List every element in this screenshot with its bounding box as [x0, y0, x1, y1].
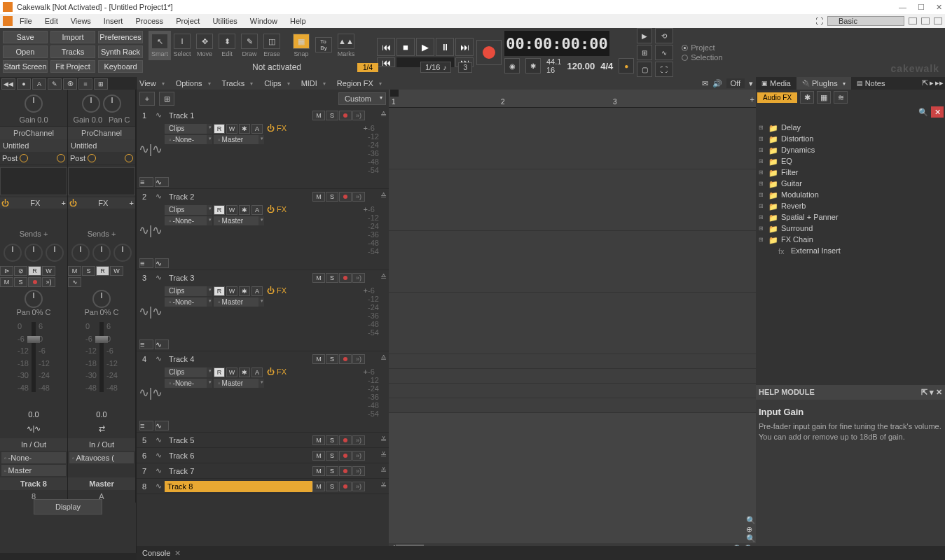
tree-expand-icon[interactable]: ⊞ [759, 225, 766, 232]
track-name[interactable]: Track 4 [165, 355, 312, 363]
track-footer-2[interactable]: ∿ [155, 421, 169, 430]
arm-button[interactable] [339, 273, 352, 283]
tree-expand-icon[interactable]: ⊞ [759, 158, 766, 164]
start-screen-button[interactable]: Start Screen [3, 60, 48, 73]
plugin-category[interactable]: fxExternal Insert [759, 245, 942, 256]
save-button[interactable]: Save [3, 31, 48, 43]
expand-icon[interactable]: ≙ [380, 111, 389, 120]
tracks-button[interactable]: Tracks [50, 46, 95, 58]
arm-button[interactable] [339, 354, 352, 364]
track-name[interactable]: Track 6 [165, 451, 312, 460]
plugin-category[interactable]: ⊞📁Spatial + Panner [759, 211, 942, 223]
tuplet-value[interactable]: 3 [458, 62, 472, 73]
console-close-icon[interactable]: ✕ [174, 549, 181, 558]
solo-button[interactable]: S [326, 482, 338, 491]
track-footer-1[interactable]: ≡ [139, 340, 153, 349]
menu-window[interactable]: Window [250, 17, 277, 25]
tree-expand-icon[interactable]: ⊞ [759, 125, 766, 131]
rewind-button[interactable]: ⏮ [377, 38, 395, 56]
solo-button[interactable]: S [326, 466, 338, 476]
app-menu-icon[interactable] [3, 16, 13, 26]
echo-button[interactable]: ») [352, 111, 365, 120]
plugin-category[interactable]: ⊞📁EQ [759, 155, 942, 167]
clips-area[interactable]: 🔍⊕🔍 [389, 108, 756, 543]
tb-opt1[interactable]: ▶ [637, 28, 652, 43]
tree-expand-icon[interactable]: ⊞ [759, 192, 766, 198]
tool-snap[interactable]: ▦Snap [290, 31, 312, 60]
insp-tab-1[interactable]: ◀◀ [1, 78, 15, 90]
options-menu[interactable]: Options [176, 79, 211, 88]
strip-s-button[interactable]: S [14, 277, 27, 287]
eq-display-bus[interactable] [68, 167, 135, 195]
rp-opt-icon[interactable]: ⇱ [922, 78, 928, 88]
track-row[interactable]: 1 ∿ Track 1 M S ») ≙ ∿|∿ Clips R W ✱ A ⏻… [137, 108, 389, 189]
fit-icon[interactable]: ⛶ [655, 62, 673, 77]
mute-button[interactable]: M [312, 466, 325, 476]
track-row[interactable]: 7 ∿ Track 7 M S ») ≚ [137, 463, 389, 479]
track-row[interactable]: 6 ∿ Track 6 M S ») ≚ [137, 448, 389, 463]
track-row[interactable]: 3 ∿ Track 3 M S ») ≙ ∿|∿ Clips R W ✱ A ⏻… [137, 270, 389, 351]
plugin-category[interactable]: ⊞📁Delay [759, 122, 942, 133]
expand-icon[interactable]: ≚ [380, 451, 389, 460]
echo-button[interactable]: ») [352, 354, 365, 364]
mute-button[interactable]: M [312, 435, 325, 445]
power-icon-bus[interactable] [88, 154, 96, 162]
menu-file[interactable]: File [20, 17, 32, 25]
open-button[interactable]: Open [3, 46, 48, 58]
solo-button[interactable]: S [326, 273, 338, 283]
archive-button[interactable]: A [251, 124, 263, 134]
plugin-category[interactable]: ⊞📁Dynamics [759, 144, 942, 155]
track-footer-2[interactable]: ∿ [155, 177, 169, 187]
console-tab[interactable]: Console✕ [142, 549, 181, 558]
stop-button[interactable]: ■ [396, 38, 415, 56]
snapshot-button[interactable]: ✱ [239, 124, 250, 134]
tree-expand-icon[interactable]: ⊞ [759, 181, 766, 187]
audio-engine-icon[interactable]: ✱ [525, 58, 541, 74]
fx-icon[interactable]: ⏻ FX [267, 124, 287, 134]
tab-plugins[interactable]: 🔌PlugIns▾ [796, 77, 851, 90]
menu-project[interactable]: Project [176, 17, 200, 25]
strip-w-button[interactable]: W [42, 266, 55, 276]
tree-expand-icon[interactable]: ⊞ [759, 214, 766, 220]
track-row[interactable]: 4 ∿ Track 4 M S ») ≙ ∿|∿ Clips R W ✱ A ⏻… [137, 351, 389, 433]
ruler-add-icon[interactable]: + [750, 95, 754, 104]
metronome-icon[interactable]: ◉ [504, 58, 520, 74]
archive-button[interactable]: A [251, 286, 263, 296]
automation-mode[interactable]: Off [726, 78, 745, 88]
track-name[interactable]: Track 3 [165, 274, 312, 282]
strip-btn-b[interactable]: ⊘ [14, 266, 27, 276]
tree-expand-icon[interactable]: ⊞ [759, 203, 766, 209]
tab-notes[interactable]: ▤Notes [851, 77, 891, 90]
envelope-icon[interactable]: ✉ [702, 79, 708, 88]
track-row[interactable]: 2 ∿ Track 2 M S ») ≙ ∿|∿ Clips R W ✱ A ⏻… [137, 189, 389, 270]
input-selector[interactable]: -None- [1, 452, 66, 463]
mute-button[interactable]: M [312, 111, 325, 120]
forward-button[interactable]: ⏭ [455, 38, 474, 56]
echo-button[interactable]: ») [352, 482, 365, 491]
power-icon-bus-2[interactable] [125, 154, 133, 162]
keyboard-button[interactable]: Keyboard [98, 60, 143, 73]
write-button[interactable]: W [226, 124, 237, 134]
tool-erase[interactable]: ◫Erase [261, 31, 283, 60]
fx-icon[interactable]: ⏻ FX [267, 205, 287, 215]
pan-knob-bus[interactable] [92, 290, 111, 308]
add-folder-button[interactable]: ⊞ [159, 92, 174, 106]
maximize-button[interactable]: ☐ [918, 3, 925, 12]
echo-button[interactable]: ») [352, 451, 365, 461]
menu-insert[interactable]: Insert [104, 17, 123, 25]
plugin-category[interactable]: ⊞📁Filter [759, 167, 942, 178]
expand-icon[interactable]: ≙ [380, 273, 389, 282]
preferences-button[interactable]: Preferences [98, 31, 143, 43]
read-button[interactable]: R [214, 368, 225, 377]
strip-echo-button[interactable]: ») [42, 277, 55, 287]
solo-button[interactable]: S [326, 192, 338, 202]
clips-selector[interactable]: Clips [165, 124, 212, 134]
add-track-button[interactable]: + [139, 92, 155, 106]
search-selection[interactable]: Selection [682, 53, 722, 62]
echo-button[interactable]: ») [352, 273, 365, 283]
tb-opt2[interactable]: ⊞ [637, 45, 652, 60]
view-menu[interactable]: View [139, 79, 165, 88]
output-selector[interactable]: Master [214, 298, 264, 307]
insp-tab-3[interactable]: A [32, 78, 46, 90]
mute-button[interactable]: M [312, 273, 325, 283]
